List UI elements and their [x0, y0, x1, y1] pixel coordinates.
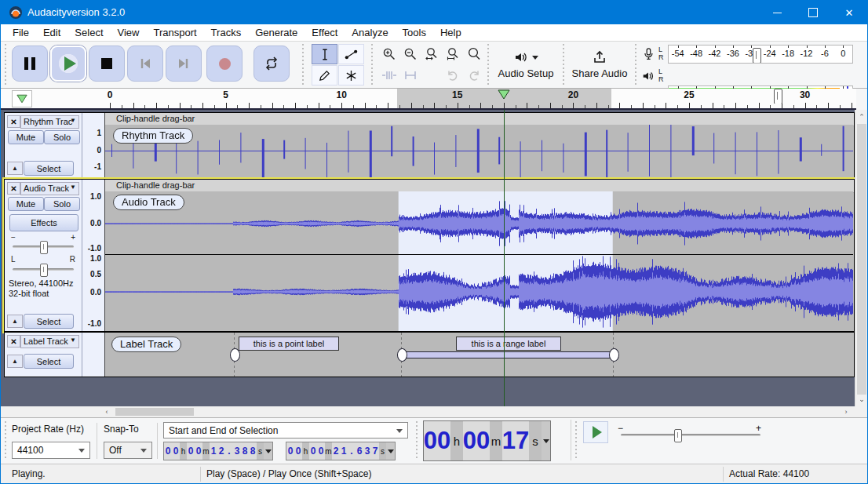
maximize-button[interactable]: [795, 1, 831, 24]
rhythm-mute-button[interactable]: Mute: [8, 130, 44, 144]
edit-toolbar-grip[interactable]: [370, 44, 374, 85]
time-format-dropdown[interactable]: [542, 421, 550, 460]
play-button[interactable]: [50, 45, 86, 82]
close-button[interactable]: ✕: [831, 1, 867, 24]
selection-tool-button[interactable]: [312, 44, 337, 64]
time-digit-cell[interactable]: 0: [172, 442, 180, 460]
rhythm-clip-name[interactable]: Rhythm Track: [113, 128, 193, 144]
time-digit-cell[interactable]: 6: [356, 442, 363, 460]
menu-generate[interactable]: Generate: [248, 24, 305, 41]
menu-file[interactable]: File: [5, 24, 36, 41]
menu-view[interactable]: View: [111, 24, 147, 41]
time-format-dropdown[interactable]: [386, 442, 395, 460]
timeline-ruler[interactable]: 051015202530: [1, 89, 856, 109]
playhead-triangle[interactable]: [498, 89, 510, 100]
audio-mute-button[interactable]: Mute: [8, 197, 44, 211]
menu-tracks[interactable]: Tracks: [204, 24, 249, 41]
audio-clip-name[interactable]: Audio Track: [113, 195, 184, 210]
minimize-button[interactable]: [759, 1, 795, 24]
silence-selection-button[interactable]: [400, 65, 421, 86]
horizontal-scroll-thumb[interactable]: [115, 408, 194, 416]
playback-position-timefield[interactable]: 00h00m17s: [423, 420, 551, 461]
multi-tool-button[interactable]: [338, 65, 364, 86]
rhythm-select-button[interactable]: Select: [24, 161, 74, 176]
time-digit-cell[interactable]: 0: [187, 442, 195, 460]
share-toolbar-grip[interactable]: [561, 44, 566, 85]
audio-select-button[interactable]: Select: [24, 314, 74, 329]
share-audio-button[interactable]: Share Audio: [567, 44, 632, 85]
time-digit-cell[interactable]: 2: [217, 442, 225, 460]
play-speed-slider[interactable]: [621, 434, 760, 436]
scroll-left-arrow[interactable]: ‹: [101, 406, 112, 417]
selection-toolbar-grip[interactable]: [3, 421, 8, 460]
audio-track-title-menu[interactable]: ▼Audio Track: [20, 182, 79, 195]
rhythm-collapse-button[interactable]: ▲: [7, 162, 23, 175]
fit-project-button[interactable]: [443, 44, 463, 64]
skip-to-end-button[interactable]: [166, 45, 202, 82]
loop-button[interactable]: [253, 45, 290, 82]
range-label-text[interactable]: this is a range label: [456, 337, 561, 351]
label-track-content[interactable]: Label Track this is a point label this i…: [105, 333, 854, 377]
draw-tool-button[interactable]: [312, 65, 337, 86]
time-digit-cell[interactable]: .: [348, 442, 356, 460]
label-track-close-button[interactable]: ✕: [7, 335, 20, 348]
menu-edit[interactable]: Edit: [36, 24, 67, 41]
point-label-flag[interactable]: [230, 348, 240, 362]
pause-button[interactable]: [12, 45, 48, 82]
point-label-text[interactable]: this is a point label: [239, 337, 339, 351]
menu-select[interactable]: Select: [67, 24, 110, 41]
label-track-title-menu[interactable]: ▼Label Track: [20, 335, 79, 348]
time-digit-cell[interactable]: 0: [195, 442, 202, 460]
playback-meter-speaker-button[interactable]: [638, 67, 658, 86]
transport-toolbar-grip[interactable]: [3, 44, 8, 85]
vertical-scroll-thumb[interactable]: [857, 124, 866, 395]
menu-effect[interactable]: Effect: [305, 24, 345, 41]
time-digit-cell[interactable]: 7: [371, 442, 379, 460]
audio-effects-button[interactable]: Effects: [9, 214, 78, 231]
selection-mode-combobox[interactable]: Start and End of Selection: [163, 422, 408, 439]
time-digit-cell[interactable]: 0: [309, 442, 317, 460]
time-digit-cell[interactable]: 0: [317, 442, 325, 460]
audio-track-content[interactable]: Clip-handle drag-bar Audio Track: [105, 180, 854, 331]
time-digit-cell[interactable]: 3: [363, 442, 371, 460]
zoom-to-selection-button[interactable]: [421, 44, 442, 64]
time-digit-cell[interactable]: 2: [332, 442, 340, 460]
rhythm-track-content[interactable]: Clip-handle drag-bar Rhythm Track: [105, 113, 854, 178]
time-format-dropdown[interactable]: [264, 442, 272, 460]
range-label-start-flag[interactable]: [397, 348, 407, 362]
recording-meter-mic-button[interactable]: [638, 45, 658, 64]
time-digit-cell[interactable]: 0: [294, 442, 302, 460]
time-digit-cell[interactable]: 00: [463, 421, 490, 460]
scroll-right-arrow[interactable]: ›: [841, 406, 852, 417]
time-digit-cell[interactable]: 8: [241, 442, 249, 460]
play-speed-slider-thumb[interactable]: [674, 429, 682, 442]
stop-button[interactable]: [89, 45, 125, 82]
audio-solo-button[interactable]: Solo: [44, 197, 80, 211]
undo-button[interactable]: [443, 65, 463, 86]
trim-outside-selection-button[interactable]: [379, 65, 399, 86]
selection-start-timefield[interactable]: 00h00m12.388s: [163, 442, 273, 460]
rhythm-track-title-menu[interactable]: ▼Rhythm Trac: [20, 115, 79, 129]
time-digit-cell[interactable]: 00: [424, 421, 450, 460]
vertical-scrollbar[interactable]: ⌃ ⌄: [855, 110, 867, 406]
menu-analyze[interactable]: Analyze: [345, 24, 395, 41]
rhythm-solo-button[interactable]: Solo: [44, 130, 80, 144]
menu-tools[interactable]: Tools: [396, 24, 433, 41]
zoom-in-button[interactable]: [379, 44, 399, 64]
audio-track-close-button[interactable]: ✕: [7, 182, 20, 195]
rhythm-waveform-canvas[interactable]: [105, 125, 853, 178]
audio-waveform-canvas[interactable]: [105, 191, 853, 331]
zoom-out-button[interactable]: [400, 44, 421, 64]
label-collapse-button[interactable]: ▲: [7, 355, 23, 368]
skip-to-start-button[interactable]: [127, 45, 163, 82]
recording-meter[interactable]: -54-48-42-36-30-24-18-12-60: [668, 45, 853, 64]
range-label-end-flag[interactable]: [609, 348, 619, 362]
time-digit-cell[interactable]: 1: [340, 442, 348, 460]
record-button[interactable]: [206, 45, 243, 82]
scroll-down-arrow[interactable]: ⌄: [855, 394, 868, 405]
time-digit-cell[interactable]: 1: [210, 442, 217, 460]
time-digit-cell[interactable]: 0: [286, 442, 294, 460]
playback-volume-slider[interactable]: [774, 89, 782, 104]
audio-setup-toolbar-grip[interactable]: [486, 44, 491, 85]
time-digit-cell[interactable]: 3: [233, 442, 241, 460]
